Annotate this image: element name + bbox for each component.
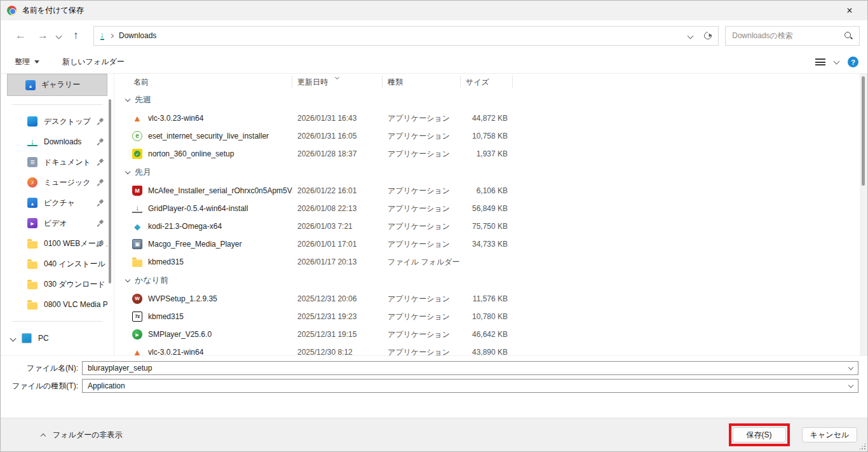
pin-icon [97, 118, 105, 125]
view-mode-icon[interactable] [815, 58, 825, 65]
sidebar-item[interactable]: ピクチャ [1, 193, 114, 213]
new-folder-button[interactable]: 新しいフォルダー [62, 57, 125, 67]
sidebar-divider [12, 104, 102, 105]
hide-folders-label: フォルダーの非表示 [53, 430, 122, 441]
pin-icon [97, 138, 105, 146]
resize-grip[interactable] [858, 442, 866, 450]
sidebar-item[interactable]: ドキュメント [1, 152, 114, 172]
gallery-icon [25, 80, 36, 90]
folder-icon [27, 241, 37, 249]
back-button[interactable]: ← [10, 29, 32, 42]
close-icon[interactable]: × [838, 5, 861, 17]
folder-icon [27, 261, 37, 269]
sidebar-item-label: ドキュメント [44, 157, 91, 168]
breadcrumb[interactable]: Downloads [119, 31, 156, 40]
organize-button[interactable]: 整理 [15, 57, 39, 67]
sidebar-item[interactable]: デスクトップ [1, 111, 114, 132]
table-row[interactable]: GridPlayer-0.5.4-win64-install2026/01/08… [114, 200, 860, 217]
forward-button[interactable]: → [32, 29, 54, 42]
pc-icon [22, 333, 32, 343]
file-size: 46,642 KB [461, 330, 513, 339]
gallery-label: ギャラリー [41, 79, 80, 90]
recent-locations-chevron-icon[interactable] [56, 32, 62, 39]
sidebar-item[interactable]: 040 インストール [1, 254, 114, 274]
file-size: 75,750 KB [461, 222, 513, 231]
column-header-name[interactable]: 名前 [114, 76, 292, 88]
sidebar-scrollbar[interactable] [109, 99, 111, 284]
sidebar-item[interactable]: 030 ダウンロード [1, 274, 114, 294]
address-bar[interactable]: ↓ Downloads [93, 26, 719, 46]
table-row[interactable]: Macgo_Free_Media_Player2026/01/01 17:01ア… [114, 235, 860, 253]
sidebar-item-label: Downloads [44, 137, 81, 146]
column-header-date[interactable]: 更新日時 [292, 76, 383, 88]
filename-dropdown-chevron-icon[interactable] [848, 364, 853, 369]
file-date: 2026/01/28 18:37 [292, 149, 383, 158]
file-date: 2026/01/01 17:01 [292, 240, 383, 249]
save-button[interactable]: 保存(S) [733, 427, 786, 442]
table-row[interactable]: McAfee_Installer_serial_rOhrxc0n5Apm5V..… [114, 182, 860, 200]
file-name: kbmed315 [148, 257, 184, 266]
group-header[interactable]: 先月 [114, 163, 860, 182]
sidebar-item[interactable]: 0800 VLC Media Play [1, 294, 114, 315]
column-headers: 名前 更新日時 種類 サイズ [114, 74, 860, 90]
address-dropdown-chevron-icon[interactable] [688, 32, 694, 39]
file-date: 2025/12/31 19:15 [292, 330, 383, 339]
table-row[interactable]: vlc-3.0.23-win642026/01/31 16:43アプリケーション… [114, 109, 860, 127]
table-row[interactable]: eset_internet_security_live_installer202… [114, 127, 860, 145]
group-header[interactable]: 先週 [114, 90, 860, 109]
table-row[interactable]: vlc-3.0.21-win642025/12/30 8:12アプリケーション4… [114, 343, 860, 355]
chrome-icon [7, 6, 17, 15]
group-header[interactable]: かなり前 [114, 271, 860, 290]
table-row[interactable]: norton_360_online_setup2026/01/28 18:37ア… [114, 145, 860, 163]
sidebar-item-label: ビデオ [44, 218, 67, 229]
filetype-label: ファイルの種類(T): [1, 381, 82, 392]
file-size: 10,758 KB [461, 132, 513, 140]
table-row[interactable]: SMPlayer_V25.6.02025/12/31 19:15アプリケーション… [114, 325, 860, 343]
sidebar-item-gallery[interactable]: ギャラリー [7, 74, 107, 96]
file-type: アプリケーション [383, 347, 461, 356]
sidebar-item[interactable]: Downloads [1, 132, 114, 152]
pc-expand-chevron-icon[interactable] [10, 335, 17, 341]
hide-folders-button[interactable]: フォルダーの非表示 [41, 430, 122, 441]
table-row[interactable]: kodi-21.3-Omega-x642026/01/03 7:21アプリケーシ… [114, 217, 860, 235]
help-icon[interactable]: ? [848, 57, 858, 67]
filename-input[interactable]: blurayplayer_setup [82, 361, 858, 375]
pin-icon [97, 179, 105, 186]
filetype-dropdown-chevron-icon[interactable] [848, 382, 853, 387]
file-date: 2025/12/30 8:12 [292, 348, 383, 355]
sidebar-item[interactable]: ミュージック [1, 172, 114, 193]
sidebar-item-pc[interactable]: PC [1, 328, 114, 348]
window-title: 名前を付けて保存 [22, 5, 84, 16]
refresh-icon[interactable] [703, 31, 714, 41]
breadcrumb-separator-icon [109, 33, 114, 38]
sidebar-item[interactable]: 0100 WEBメール メ [1, 233, 114, 254]
file-type: アプリケーション [383, 149, 461, 160]
file-type: ファイル フォルダー [383, 257, 461, 268]
column-header-size[interactable]: サイズ [461, 76, 513, 88]
table-row[interactable]: WVPSetup_1.2.9.352025/12/31 20:06アプリケーショ… [114, 290, 860, 308]
list-scrollbar[interactable] [860, 74, 867, 355]
file-name-cell: GridPlayer-0.5.4-win64-install [114, 204, 292, 213]
filetype-select[interactable]: Application [82, 379, 858, 393]
table-row[interactable]: kbmed3152026/01/17 20:13ファイル フォルダー [114, 253, 860, 271]
file-date: 2026/01/22 16:01 [292, 186, 383, 195]
group-label: かなり前 [135, 275, 168, 286]
file-type: アプリケーション [383, 221, 461, 232]
list-scrollbar-thumb[interactable] [862, 76, 865, 186]
column-header-type[interactable]: 種類 [383, 76, 461, 88]
table-row[interactable]: kbmed3152025/12/31 19:23アプリケーション10,780 K… [114, 308, 860, 325]
sidebar-item-label: 0800 VLC Media Play [44, 300, 107, 309]
annotation-highlight-box: 保存(S) [729, 423, 790, 446]
sidebar-item[interactable]: ビデオ [1, 213, 114, 233]
file-name: vlc-3.0.23-win64 [148, 114, 203, 123]
search-input[interactable]: Downloadsの検索 [725, 26, 860, 46]
search-icon[interactable] [844, 32, 853, 40]
up-button[interactable]: ↑ [67, 29, 85, 42]
column-header-extra [513, 76, 564, 88]
sidebar-item-label: 030 ダウンロード [44, 279, 105, 290]
kodi-icon [132, 221, 142, 231]
view-mode-chevron-icon[interactable] [834, 58, 840, 64]
save-as-dialog: 名前を付けて保存 × ← → ↑ ↓ Downloads Downloadsの検… [0, 0, 868, 452]
file-name: McAfee_Installer_serial_rOhrxc0n5Apm5V..… [148, 186, 292, 195]
cancel-button[interactable]: キャンセル [802, 427, 857, 442]
